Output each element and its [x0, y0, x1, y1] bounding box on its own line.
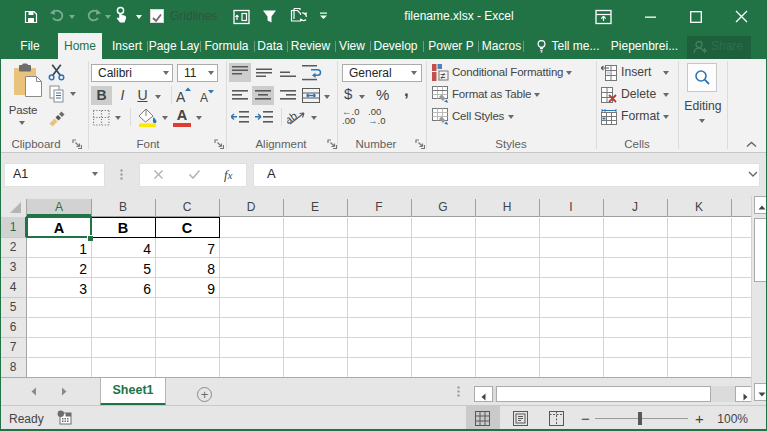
- svg-text:≠: ≠: [440, 70, 445, 81]
